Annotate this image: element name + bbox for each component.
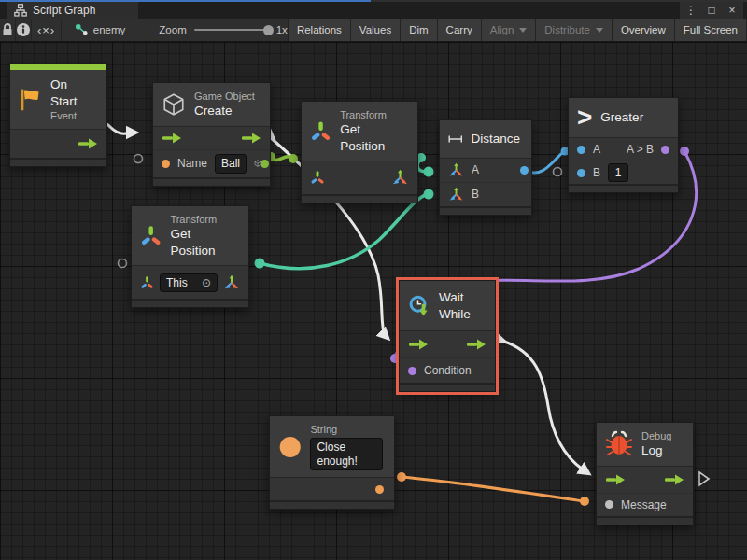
vector3-input-a-port[interactable] xyxy=(448,162,464,178)
carry-button[interactable]: Carry xyxy=(438,19,482,41)
align-label: Align xyxy=(490,24,514,35)
close-icon[interactable]: × xyxy=(725,4,740,17)
condition-label: Condition xyxy=(424,364,472,377)
distribute-button: Distribute xyxy=(536,19,613,41)
input-a-label: A xyxy=(472,163,479,176)
maximize-icon[interactable]: □ xyxy=(704,4,719,17)
node-get-position-this[interactable]: Transform Get Position This ⊙ xyxy=(131,205,249,308)
lock-button[interactable] xyxy=(0,19,16,41)
dim-button[interactable]: Dim xyxy=(401,19,437,41)
flow-output-port[interactable] xyxy=(664,474,684,485)
more-icon[interactable]: ⋮ xyxy=(684,4,698,17)
overview-label: Overview xyxy=(621,24,666,35)
node-title: Distance xyxy=(471,131,520,147)
flow-output-port[interactable] xyxy=(241,133,261,144)
node-footer xyxy=(10,158,106,166)
node-wait-while[interactable]: Wait While Condition xyxy=(399,280,496,392)
graph-hierarchy-icon xyxy=(14,4,27,17)
b-value-field[interactable]: 1 xyxy=(608,163,628,182)
flag-icon xyxy=(19,87,42,113)
dim-label: Dim xyxy=(409,24,428,35)
node-title: Create xyxy=(194,103,255,119)
node-footer xyxy=(400,383,495,391)
flow-input-port[interactable] xyxy=(408,339,429,350)
number-input-b-port[interactable] xyxy=(577,169,585,177)
node-footer xyxy=(132,299,248,307)
string-value-field[interactable]: Close enough! xyxy=(310,438,383,470)
node-footer xyxy=(153,177,270,186)
vector3-output-port[interactable] xyxy=(391,169,409,187)
object-picker-icon[interactable]: ⊙ xyxy=(202,276,211,289)
node-title: On Start xyxy=(50,77,95,109)
node-greater[interactable]: > Greater A A > B B 1 xyxy=(568,97,679,193)
node-get-position-ball[interactable]: Transform Get Position xyxy=(301,101,418,203)
node-category: Debug xyxy=(641,429,671,442)
node-create[interactable]: Game Object Create Name Ball xyxy=(152,82,271,187)
node-title: Wait While xyxy=(439,289,484,322)
node-footer xyxy=(597,516,693,525)
vector3-output-port[interactable] xyxy=(223,274,240,291)
fullscreen-label: Full Screen xyxy=(684,24,738,35)
graph-icon xyxy=(75,23,89,37)
node-category: Transform xyxy=(340,108,406,121)
graph-name-label: enemy xyxy=(93,24,126,35)
node-on-start[interactable]: On Start Event xyxy=(9,63,107,167)
tab-label: Script Graph xyxy=(33,4,95,17)
node-subtitle: Event xyxy=(50,109,95,122)
name-input-field[interactable]: Ball xyxy=(215,154,247,173)
input-b-label: B xyxy=(593,166,600,179)
input-b-label: B xyxy=(472,188,479,201)
number-input-a-port[interactable] xyxy=(577,146,585,154)
output-label: A > B xyxy=(627,143,654,156)
chevron-down-icon xyxy=(519,28,527,33)
boolean-condition-port[interactable] xyxy=(408,367,416,375)
overview-button[interactable]: Overview xyxy=(613,19,675,41)
node-string[interactable]: String Close enough! xyxy=(269,415,395,510)
node-log[interactable]: Debug Log Message xyxy=(596,422,694,525)
string-input-port[interactable] xyxy=(162,160,170,168)
node-title: Get Position xyxy=(340,121,406,154)
node-footer xyxy=(440,206,531,215)
graph-reference[interactable]: enemy xyxy=(62,19,135,41)
fullscreen-button[interactable]: Full Screen xyxy=(675,19,747,41)
transform-icon xyxy=(310,119,331,144)
relations-label: Relations xyxy=(297,24,342,35)
vector3-input-b-port[interactable] xyxy=(448,187,464,203)
values-button[interactable]: Values xyxy=(351,19,401,41)
tab-script-graph[interactable]: Script Graph xyxy=(7,2,138,19)
zoom-slider-handle[interactable] xyxy=(263,25,274,35)
flow-input-port[interactable] xyxy=(605,474,626,485)
transform-input-port[interactable] xyxy=(310,170,325,186)
node-title: Log xyxy=(641,442,671,459)
b-value: 1 xyxy=(615,166,622,179)
window-controls: ⋮ □ × xyxy=(680,2,743,19)
relations-button[interactable]: Relations xyxy=(289,19,351,41)
number-output-port[interactable] xyxy=(520,166,529,175)
distribute-label: Distribute xyxy=(544,24,590,35)
flow-output-port[interactable] xyxy=(78,138,98,149)
zoom-control: Zoom 1x xyxy=(134,19,288,41)
zoom-slider[interactable] xyxy=(194,29,269,31)
ruler-icon xyxy=(448,133,462,146)
flow-output-port[interactable] xyxy=(466,339,486,350)
toolbar-buttons: Relations Values Dim Carry Align Distrib… xyxy=(288,19,747,41)
name-port-label: Name xyxy=(177,157,207,170)
target-object-field[interactable]: This ⊙ xyxy=(160,273,218,292)
code-view-button[interactable]: ‹×› xyxy=(32,19,62,41)
bug-icon xyxy=(605,430,633,458)
boolean-output-port[interactable] xyxy=(661,146,669,154)
transform-input-port[interactable] xyxy=(140,275,154,290)
string-value: Close enough! xyxy=(317,441,376,468)
zoom-label: Zoom xyxy=(159,24,186,35)
node-distance[interactable]: Distance A xyxy=(439,119,532,216)
string-output-port[interactable] xyxy=(375,485,384,494)
greater-icon: > xyxy=(577,105,592,131)
gameobject-output-port[interactable] xyxy=(261,160,269,168)
info-button[interactable] xyxy=(16,19,32,41)
zoom-value: 1x xyxy=(276,24,288,35)
message-input-port[interactable] xyxy=(605,500,613,509)
cube-icon xyxy=(162,92,186,117)
target-value: This xyxy=(166,276,188,289)
carry-label: Carry xyxy=(446,24,472,35)
flow-input-port[interactable] xyxy=(162,133,182,144)
